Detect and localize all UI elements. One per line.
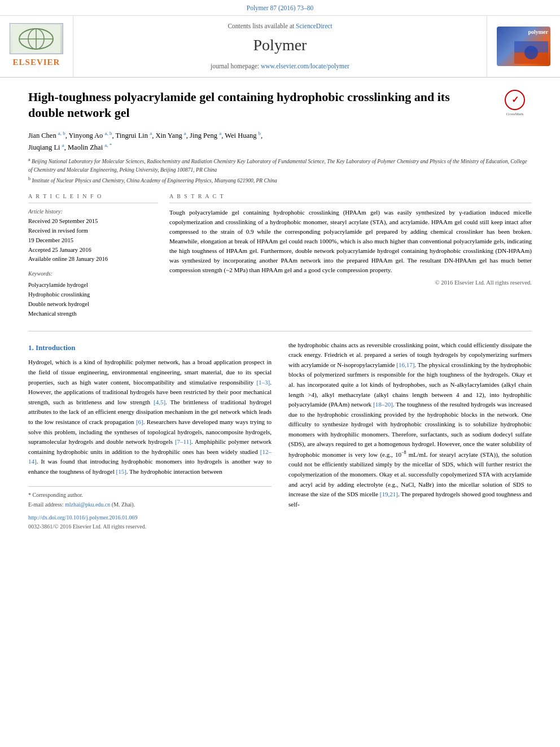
accepted-label: Accepted 25 January 2016: [28, 246, 158, 255]
journal-center-info: Contents lists available at ScienceDirec…: [73, 16, 487, 77]
section-divider: [28, 331, 532, 331]
polymer-logo-image: polymer: [497, 27, 550, 66]
svg-point-7: [524, 46, 538, 59]
intro-heading: 1. Introduction: [28, 343, 272, 353]
ref-12-14[interactable]: [12–14]: [28, 448, 272, 465]
homepage-text: journal homepage:: [211, 63, 261, 69]
revised-label: Received in revised form: [28, 226, 158, 236]
affiliations: a Beijing National Laboratory for Molecu…: [28, 156, 532, 185]
journal-citation-bar: Polymer 87 (2016) 73–80: [0, 0, 560, 16]
ref-7-11[interactable]: [7–11]: [175, 438, 191, 445]
ref-19-21[interactable]: [19,21]: [380, 491, 398, 497]
keywords-label: Keywords:: [28, 270, 158, 278]
crossmark-badge[interactable]: ✓ CrossMark: [498, 89, 532, 117]
email-link[interactable]: mlzhai@pku.edu.cn: [65, 501, 110, 508]
right-col-paragraph-1: the hydrophobic chains acts as reversibl…: [288, 340, 532, 510]
elsevier-logo-section: ELSEVIER: [0, 16, 73, 77]
article-info-label: A R T I C L E I N F O: [28, 193, 158, 203]
keyword-3: Double network hydrogel: [28, 300, 158, 308]
corresponding-label: * Corresponding author.: [28, 492, 83, 498]
issn-line: 0032-3861/© 2016 Elsevier Ltd. All right…: [28, 523, 272, 531]
ref-16-17[interactable]: [16,17]: [396, 361, 414, 368]
info-abstract-section: A R T I C L E I N F O Article history: R…: [28, 193, 532, 319]
ref-1-3[interactable]: [1–3]: [256, 379, 270, 386]
crossmark-label: CrossMark: [506, 111, 523, 117]
crossmark-circle: ✓: [505, 90, 525, 110]
author-jing-peng: Jing Peng a: [190, 132, 221, 139]
ref-18-20[interactable]: [18–20]: [373, 401, 393, 408]
doi-line: http://dx.doi.org/10.1016/j.polymer.2016…: [28, 514, 272, 522]
corresponding-note: * Corresponding author.: [28, 491, 272, 500]
polymer-logo-section: polymer: [487, 16, 560, 77]
contents-text: Contents lists available at: [228, 23, 296, 29]
ref-4-5[interactable]: [4,5]: [154, 399, 165, 405]
author-yinyong-ao: Yinyong Ao a, b: [69, 132, 112, 139]
affiliation-b: b Institute of Nuclear Physics and Chemi…: [28, 176, 532, 185]
body-left-col: 1. Introduction Hydrogel, which is a kin…: [28, 340, 272, 531]
received-date: Received 20 September 2015 Received in r…: [28, 217, 158, 264]
keywords-section: Keywords: Polyacrylamide hydrogel Hydrop…: [28, 270, 158, 318]
keyword-2: Hydrophobic crosslinking: [28, 290, 158, 299]
body-content: 1. Introduction Hydrogel, which is a kin…: [28, 340, 532, 531]
available-label: Available online 28 January 2016: [28, 255, 158, 264]
article-title-section: High-toughness polyacrylamide gel contai…: [28, 89, 532, 121]
homepage-link[interactable]: www.elsevier.com/locate/polymer: [261, 63, 349, 69]
crossmark-icon: ✓: [511, 93, 519, 106]
affiliation-a: a Beijing National Laboratory for Molecu…: [28, 156, 532, 174]
author-xin-yang: Xin Yang a: [155, 132, 186, 139]
abstract-label: A B S T R A C T: [169, 193, 532, 203]
author-tingrui-lin: Tingrui Lin a: [116, 132, 152, 139]
email-label: E-mail address:: [28, 501, 63, 508]
abstract-col: A B S T R A C T Tough polyacrylamide gel…: [169, 193, 532, 319]
article-title: High-toughness polyacrylamide gel contai…: [28, 89, 532, 121]
keyword-4: Mechanical strength: [28, 309, 158, 318]
history-label: Article history:: [28, 208, 158, 216]
article-info-col: A R T I C L E I N F O Article history: R…: [28, 193, 158, 319]
body-right-col: the hydrophobic chains acts as reversibl…: [288, 340, 532, 531]
author-wei-huang: Wei Huang b: [225, 132, 261, 139]
elsevier-label: ELSEVIER: [13, 56, 60, 69]
journal-header: ELSEVIER Contents lists available at Sci…: [0, 16, 560, 78]
copyright-line: © 2016 Elsevier Ltd. All rights reserved…: [169, 278, 532, 287]
revised-date: 19 December 2015: [28, 236, 158, 246]
sciencedirect-line: Contents lists available at ScienceDirec…: [228, 21, 332, 31]
ref-6[interactable]: [6]: [136, 418, 143, 425]
author-maolin-zhai: Maolin Zhai a, *: [68, 143, 112, 151]
keyword-1: Polyacrylamide hydrogel: [28, 281, 158, 289]
journal-title: Polymer: [253, 34, 307, 57]
received-label: Received 20 September 2015: [28, 217, 158, 226]
ref-15[interactable]: [15]: [116, 468, 126, 475]
intro-paragraph-1: Hydrogel, which is a kind of hydrophilic…: [28, 357, 272, 477]
main-content: High-toughness polyacrylamide gel contai…: [0, 78, 560, 543]
homepage-line: journal homepage: www.elsevier.com/locat…: [211, 62, 349, 71]
email-note: E-mail address: mlzhai@pku.edu.cn (M. Zh…: [28, 501, 272, 509]
email-person: (M. Zhai).: [112, 501, 135, 508]
sciencedirect-link[interactable]: ScienceDirect: [296, 23, 333, 29]
article-history-block: Article history: Received 20 September 2…: [28, 208, 158, 264]
elsevier-image: [10, 23, 63, 54]
footnote-section: * Corresponding author. E-mail address: …: [28, 486, 272, 531]
abstract-text: Tough polyacrylamide gel containing hydr…: [169, 208, 532, 275]
elsevier-logo-inner: ELSEVIER: [10, 23, 63, 69]
authors-line: Jian Chen a, b, Yinyong Ao a, b, Tingrui…: [28, 129, 532, 153]
author-jiuqiang-li: Jiuqiang Li a: [28, 143, 64, 151]
doi-text[interactable]: http://dx.doi.org/10.1016/j.polymer.2016…: [28, 514, 137, 521]
journal-citation: Polymer 87 (2016) 73–80: [247, 5, 314, 11]
author-jian-chen: Jian Chen a, b: [28, 132, 65, 139]
